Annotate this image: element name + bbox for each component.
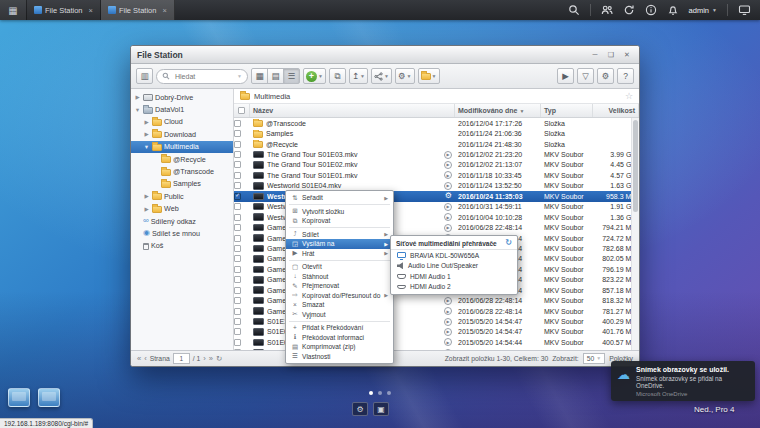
sidebar-item-datavol1[interactable]: ▼DataVol1 (131, 103, 233, 115)
row-checkbox[interactable] (234, 349, 241, 350)
play-circle-icon[interactable]: ▶ (444, 203, 452, 211)
tab-close-icon[interactable]: × (89, 6, 93, 15)
menu-item-sd-let[interactable]: ⤴Sdílet▶ (286, 230, 393, 240)
sidebar-item-ko[interactable]: Koš (131, 240, 233, 252)
sidebar-item-dobr-drive[interactable]: ▶Dobrý-Drive (131, 91, 233, 103)
smart-filter-button[interactable]: ▽ (577, 68, 594, 84)
scrollbar-thumb[interactable] (633, 120, 638, 212)
row-checkbox[interactable] (234, 287, 241, 294)
last-page-button[interactable]: » (209, 354, 213, 363)
row-checkbox[interactable] (234, 182, 241, 189)
menu-item-otev-t[interactable]: ▢Otevřít (286, 262, 393, 272)
column-size[interactable]: Velikost (593, 104, 639, 117)
notification-toast[interactable]: ☁ Snímek obrazovky se uložil. Snímek obr… (611, 361, 755, 401)
taskbar-tab[interactable]: File Station× (101, 0, 175, 20)
row-checkbox[interactable] (234, 297, 241, 304)
row-checkbox[interactable] (234, 172, 241, 179)
column-name[interactable]: Název (250, 104, 455, 117)
play-circle-icon[interactable]: ▶ (444, 213, 452, 221)
cast-device-audio-line-out-speaker[interactable]: Audio Line Out/Speaker (391, 261, 517, 272)
expand-arrow-icon[interactable]: ▶ (134, 94, 141, 100)
copy-button[interactable]: ⧉ (329, 68, 346, 84)
maximize-button[interactable]: ❑ (605, 49, 617, 60)
table-row[interactable]: The Grand Tour S01E03.mkv▶2016/12/02 21:… (234, 149, 639, 159)
desktop-page-dot[interactable] (387, 391, 391, 395)
row-checkbox[interactable] (234, 120, 241, 127)
toggle-tree-button[interactable]: ▥ (136, 68, 153, 84)
menu-item-p-ek-dovat-informaci[interactable]: ℹPřekódovat informaci (286, 333, 393, 343)
sidebar-item-public[interactable]: ▶Public (131, 190, 233, 202)
sidebar-item-sd-let-se-mnou[interactable]: ◉Sdílet se mnou (131, 227, 233, 239)
row-checkbox[interactable] (234, 245, 241, 252)
row-checkbox[interactable] (234, 203, 241, 210)
expand-arrow-icon[interactable]: ▶ (143, 206, 150, 212)
play-circle-icon[interactable]: ▶ (444, 151, 452, 159)
menu-item-p-idat-k-p-ek-dov-n[interactable]: +Přidat k Překódování (286, 323, 393, 333)
play-circle-icon[interactable]: ▶ (444, 161, 452, 169)
menu-item-vlastnosti[interactable]: ☰Vlastnosti (286, 352, 393, 362)
share-users-icon[interactable] (601, 4, 613, 16)
row-checkbox[interactable] (234, 161, 241, 168)
refresh-devices-icon[interactable]: ↻ (505, 239, 512, 247)
sidebar-item-multimedia[interactable]: ▼Multimedia (131, 141, 233, 153)
expand-arrow-icon[interactable]: ▼ (134, 107, 141, 113)
menu-item-vytvo-it-slo-ku[interactable]: ⊞Vytvořit složku (286, 207, 393, 217)
table-row[interactable]: The Grand Tour S01E01.mkv▶2016/11/18 10:… (234, 170, 639, 180)
search-icon[interactable] (568, 4, 580, 16)
main-menu-button[interactable]: ▦ (0, 0, 27, 20)
sidebar-item-transcode[interactable]: @Transcode (131, 165, 233, 177)
desktop-switch-icon[interactable] (738, 4, 751, 16)
close-button[interactable]: ✕ (621, 49, 633, 60)
column-modified[interactable]: Modifikováno dne▼ (455, 104, 541, 117)
menu-item-smazat[interactable]: ×Smazat (286, 300, 393, 310)
sidebar-item-web[interactable]: ▶Web (131, 203, 233, 215)
menu-item-kop-rovat[interactable]: ⧉Kopírovat (286, 216, 393, 226)
favorite-star-icon[interactable]: ☆ (625, 92, 633, 101)
row-checkbox[interactable] (234, 151, 241, 158)
page-number-input[interactable]: 1 (173, 353, 190, 364)
menu-item-vys-l-m-na[interactable]: ◲Vysílám na▶ (286, 239, 393, 249)
transcode-gear-icon[interactable]: ⚙ (445, 192, 452, 200)
admin-menu[interactable]: admin▼ (689, 6, 717, 15)
notifications-icon[interactable] (667, 4, 679, 16)
taskbar-tab[interactable]: File Station× (27, 0, 101, 20)
search-box[interactable]: ▼ (156, 69, 248, 84)
sidebar-item-sd-len-odkaz[interactable]: ∞Sdílený odkaz (131, 215, 233, 227)
select-all-checkbox[interactable] (238, 107, 245, 114)
cast-device-hdmi-audio-2[interactable]: HDMI Audio 2 (391, 282, 517, 293)
sidebar-item-download[interactable]: ▶Download (131, 128, 233, 140)
help-button[interactable]: ? (617, 68, 634, 84)
upload-button[interactable]: ↥▼ (349, 68, 368, 84)
dashboard-button[interactable]: ▣ (373, 402, 389, 416)
play-circle-icon[interactable]: ▶ (444, 349, 452, 350)
page-size-select[interactable]: 50▼ (583, 353, 606, 364)
table-row[interactable]: @Recycle2016/11/24 21:48:30Složka (234, 139, 639, 149)
row-checkbox[interactable] (234, 308, 241, 315)
expand-arrow-icon[interactable]: ▶ (143, 119, 150, 125)
play-circle-icon[interactable]: ▶ (444, 182, 452, 190)
table-row[interactable]: The Grand Tour S01E02.mkv▶2016/12/02 21:… (234, 160, 639, 170)
row-checkbox[interactable] (234, 255, 241, 262)
first-page-button[interactable]: « (137, 354, 141, 363)
sidebar-item-recycle[interactable]: @Recycle (131, 153, 233, 165)
desktop-shortcut-1[interactable] (8, 388, 30, 407)
thumbnail-view-button[interactable]: ▦ (251, 68, 268, 84)
more-actions-button[interactable]: ▼ (418, 68, 440, 84)
window-titlebar[interactable]: File Station ─ ❑ ✕ (131, 46, 639, 64)
table-row[interactable]: @Transcode2016/12/04 17:17:26Složka (234, 118, 639, 128)
media-viewer-button[interactable]: ▶ (557, 68, 574, 84)
cast-device-hdmi-audio-1[interactable]: HDMI Audio 1 (391, 271, 517, 282)
row-checkbox[interactable] (234, 235, 241, 242)
row-checkbox[interactable] (234, 328, 241, 335)
row-checkbox[interactable] (234, 318, 241, 325)
row-checkbox[interactable] (234, 339, 241, 346)
table-row[interactable]: Samples2016/11/24 21:06:36Složka (234, 128, 639, 138)
chevron-down-icon[interactable]: ▼ (237, 73, 242, 79)
row-checkbox[interactable] (234, 214, 241, 221)
play-circle-icon[interactable]: ▶ (444, 224, 452, 232)
row-checkbox[interactable] (234, 224, 241, 231)
desktop-page-dot[interactable] (378, 391, 382, 395)
sidebar-item-cloud[interactable]: ▶Cloud (131, 116, 233, 128)
expand-arrow-icon[interactable]: ▶ (143, 193, 150, 199)
detail-view-button[interactable]: ☰ (283, 68, 300, 84)
